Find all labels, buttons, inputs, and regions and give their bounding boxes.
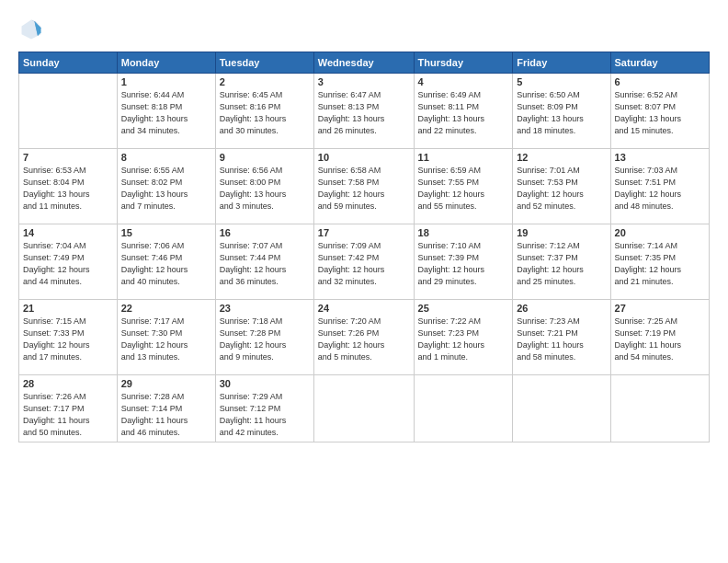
- day-number: 2: [220, 76, 310, 87]
- day-info: Sunrise: 6:56 AMSunset: 8:00 PMDaylight:…: [220, 165, 310, 213]
- calendar-cell: 29Sunrise: 7:28 AMSunset: 7:14 PMDayligh…: [117, 375, 215, 442]
- calendar-cell: 24Sunrise: 7:20 AMSunset: 7:26 PMDayligh…: [313, 300, 414, 375]
- day-info: Sunrise: 7:01 AMSunset: 7:53 PMDaylight:…: [517, 165, 606, 213]
- day-number: 3: [318, 76, 410, 87]
- day-number: 5: [517, 76, 606, 87]
- day-number: 4: [418, 76, 509, 87]
- day-number: 26: [517, 303, 606, 314]
- day-info: Sunrise: 7:14 AMSunset: 7:35 PMDaylight:…: [615, 240, 705, 288]
- day-info: Sunrise: 7:25 AMSunset: 7:19 PMDaylight:…: [615, 316, 705, 363]
- calendar-cell: 3Sunrise: 6:47 AMSunset: 8:13 PMDaylight…: [313, 74, 414, 149]
- day-info: Sunrise: 6:49 AMSunset: 8:11 PMDaylight:…: [418, 89, 509, 137]
- day-number: 25: [418, 303, 509, 314]
- day-number: 7: [23, 152, 113, 163]
- day-number: 15: [121, 227, 211, 238]
- day-info: Sunrise: 7:28 AMSunset: 7:14 PMDaylight:…: [121, 391, 211, 439]
- calendar-header-sunday: Sunday: [19, 52, 118, 74]
- day-number: 12: [517, 152, 606, 163]
- calendar-cell: [610, 375, 709, 442]
- day-number: 14: [23, 227, 113, 238]
- day-info: Sunrise: 7:06 AMSunset: 7:46 PMDaylight:…: [121, 240, 211, 288]
- day-number: 22: [121, 303, 211, 314]
- calendar-cell: 6Sunrise: 6:52 AMSunset: 8:07 PMDaylight…: [610, 74, 709, 149]
- calendar-header-monday: Monday: [117, 52, 215, 74]
- day-info: Sunrise: 7:15 AMSunset: 7:33 PMDaylight:…: [23, 316, 113, 363]
- calendar-table: SundayMondayTuesdayWednesdayThursdayFrid…: [18, 52, 710, 442]
- day-number: 13: [615, 152, 705, 163]
- logo-icon: [18, 17, 44, 42]
- calendar-header-wednesday: Wednesday: [313, 52, 414, 74]
- day-info: Sunrise: 7:10 AMSunset: 7:39 PMDaylight:…: [418, 240, 509, 288]
- calendar-cell: 8Sunrise: 6:55 AMSunset: 8:02 PMDaylight…: [117, 149, 215, 224]
- day-number: 21: [23, 303, 113, 314]
- calendar-cell: 14Sunrise: 7:04 AMSunset: 7:49 PMDayligh…: [19, 224, 118, 300]
- calendar-header-friday: Friday: [513, 52, 610, 74]
- day-number: 9: [220, 152, 310, 163]
- calendar-header-saturday: Saturday: [610, 52, 709, 74]
- day-info: Sunrise: 7:17 AMSunset: 7:30 PMDaylight:…: [121, 316, 211, 363]
- day-info: Sunrise: 6:50 AMSunset: 8:09 PMDaylight:…: [517, 89, 606, 137]
- calendar-cell: 11Sunrise: 6:59 AMSunset: 7:55 PMDayligh…: [414, 149, 513, 224]
- day-number: 20: [615, 227, 705, 238]
- day-number: 28: [23, 378, 113, 389]
- day-number: 11: [418, 152, 509, 163]
- day-info: Sunrise: 7:20 AMSunset: 7:26 PMDaylight:…: [318, 316, 410, 363]
- calendar-cell: [19, 74, 118, 149]
- calendar-cell: 20Sunrise: 7:14 AMSunset: 7:35 PMDayligh…: [610, 224, 709, 300]
- day-info: Sunrise: 7:26 AMSunset: 7:17 PMDaylight:…: [23, 391, 113, 439]
- day-info: Sunrise: 7:18 AMSunset: 7:28 PMDaylight:…: [220, 316, 310, 363]
- day-info: Sunrise: 7:12 AMSunset: 7:37 PMDaylight:…: [517, 240, 606, 288]
- day-number: 18: [418, 227, 509, 238]
- day-info: Sunrise: 7:04 AMSunset: 7:49 PMDaylight:…: [23, 240, 113, 288]
- day-info: Sunrise: 7:23 AMSunset: 7:21 PMDaylight:…: [517, 316, 606, 363]
- calendar-header-row: SundayMondayTuesdayWednesdayThursdayFrid…: [19, 52, 710, 74]
- calendar-week-row: 1Sunrise: 6:44 AMSunset: 8:18 PMDaylight…: [19, 74, 710, 149]
- calendar-cell: 2Sunrise: 6:45 AMSunset: 8:16 PMDaylight…: [215, 74, 313, 149]
- calendar-cell: [513, 375, 610, 442]
- calendar-header-tuesday: Tuesday: [215, 52, 313, 74]
- day-info: Sunrise: 6:52 AMSunset: 8:07 PMDaylight:…: [615, 89, 705, 137]
- day-number: 23: [220, 303, 310, 314]
- day-number: 16: [220, 227, 310, 238]
- calendar-week-row: 21Sunrise: 7:15 AMSunset: 7:33 PMDayligh…: [19, 300, 710, 375]
- day-info: Sunrise: 6:59 AMSunset: 7:55 PMDaylight:…: [418, 165, 509, 213]
- day-number: 8: [121, 152, 211, 163]
- day-number: 1: [121, 76, 211, 87]
- page: SundayMondayTuesdayWednesdayThursdayFrid…: [0, 0, 728, 563]
- calendar-week-row: 7Sunrise: 6:53 AMSunset: 8:04 PMDaylight…: [19, 149, 710, 224]
- calendar-cell: 12Sunrise: 7:01 AMSunset: 7:53 PMDayligh…: [513, 149, 610, 224]
- day-info: Sunrise: 7:09 AMSunset: 7:42 PMDaylight:…: [318, 240, 410, 288]
- logo: [18, 17, 48, 42]
- calendar-cell: 23Sunrise: 7:18 AMSunset: 7:28 PMDayligh…: [215, 300, 313, 375]
- calendar-week-row: 28Sunrise: 7:26 AMSunset: 7:17 PMDayligh…: [19, 375, 710, 442]
- calendar-cell: [414, 375, 513, 442]
- day-info: Sunrise: 6:53 AMSunset: 8:04 PMDaylight:…: [23, 165, 113, 213]
- day-info: Sunrise: 6:44 AMSunset: 8:18 PMDaylight:…: [121, 89, 211, 137]
- calendar-cell: 16Sunrise: 7:07 AMSunset: 7:44 PMDayligh…: [215, 224, 313, 300]
- day-number: 10: [318, 152, 410, 163]
- calendar-cell: 25Sunrise: 7:22 AMSunset: 7:23 PMDayligh…: [414, 300, 513, 375]
- day-number: 30: [220, 378, 310, 389]
- calendar-cell: 1Sunrise: 6:44 AMSunset: 8:18 PMDaylight…: [117, 74, 215, 149]
- calendar-cell: 10Sunrise: 6:58 AMSunset: 7:58 PMDayligh…: [313, 149, 414, 224]
- calendar-header-thursday: Thursday: [414, 52, 513, 74]
- day-info: Sunrise: 6:45 AMSunset: 8:16 PMDaylight:…: [220, 89, 310, 137]
- calendar-cell: 5Sunrise: 6:50 AMSunset: 8:09 PMDaylight…: [513, 74, 610, 149]
- day-number: 17: [318, 227, 410, 238]
- calendar-cell: 18Sunrise: 7:10 AMSunset: 7:39 PMDayligh…: [414, 224, 513, 300]
- calendar-cell: 9Sunrise: 6:56 AMSunset: 8:00 PMDaylight…: [215, 149, 313, 224]
- day-info: Sunrise: 7:03 AMSunset: 7:51 PMDaylight:…: [615, 165, 705, 213]
- day-number: 24: [318, 303, 410, 314]
- calendar-cell: 28Sunrise: 7:26 AMSunset: 7:17 PMDayligh…: [19, 375, 118, 442]
- day-number: 6: [615, 76, 705, 87]
- calendar-cell: 13Sunrise: 7:03 AMSunset: 7:51 PMDayligh…: [610, 149, 709, 224]
- day-info: Sunrise: 6:55 AMSunset: 8:02 PMDaylight:…: [121, 165, 211, 213]
- calendar-cell: 27Sunrise: 7:25 AMSunset: 7:19 PMDayligh…: [610, 300, 709, 375]
- header: [18, 17, 710, 42]
- calendar-week-row: 14Sunrise: 7:04 AMSunset: 7:49 PMDayligh…: [19, 224, 710, 300]
- day-info: Sunrise: 7:22 AMSunset: 7:23 PMDaylight:…: [418, 316, 509, 363]
- calendar-cell: 4Sunrise: 6:49 AMSunset: 8:11 PMDaylight…: [414, 74, 513, 149]
- calendar-cell: 15Sunrise: 7:06 AMSunset: 7:46 PMDayligh…: [117, 224, 215, 300]
- calendar-cell: 22Sunrise: 7:17 AMSunset: 7:30 PMDayligh…: [117, 300, 215, 375]
- day-info: Sunrise: 7:07 AMSunset: 7:44 PMDaylight:…: [220, 240, 310, 288]
